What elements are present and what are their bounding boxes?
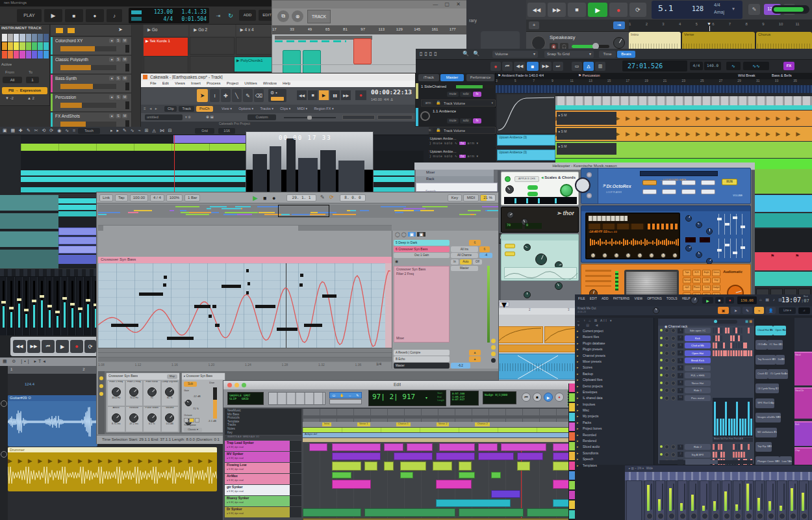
step-cell[interactable] <box>735 350 737 356</box>
step-cell[interactable] <box>715 444 717 450</box>
rack-scrollbar[interactable] <box>659 460 753 464</box>
io-toggle[interactable]: ▣ <box>408 232 416 237</box>
browser-item[interactable]: ▸Impulses <box>575 403 654 409</box>
small-knob-1[interactable] <box>524 244 531 251</box>
playlist-clip[interactable]: Kick <box>794 421 812 446</box>
marker-chip[interactable]: Verse 1 <box>357 422 370 426</box>
run-button[interactable]: RUN <box>722 179 737 185</box>
vol-knob[interactable] <box>671 388 676 393</box>
play-button[interactable]: ▶ <box>588 3 607 17</box>
map-button[interactable]: Map <box>167 374 177 379</box>
teal-clip-1[interactable] <box>283 50 301 73</box>
loop-slot-3[interactable] <box>681 180 696 185</box>
step-cell[interactable] <box>738 452 740 458</box>
monitor-off[interactable]: Off <box>473 259 482 265</box>
zoom-icons[interactable]: 🔍 🔍 <box>463 51 481 57</box>
menu-item[interactable]: Help <box>283 81 290 87</box>
preset-button[interactable]: Hi-Fi <box>692 270 701 276</box>
step-cell[interactable] <box>723 452 725 458</box>
tool-icons[interactable]: ▣ ▦ ✚ ✎ ✂ ⟲ ⟳ ◉ ∿ ⌗ ▤ <box>3 128 85 133</box>
pan-knob[interactable] <box>665 358 669 363</box>
volume-slider[interactable] <box>572 45 609 48</box>
palette-swatch[interactable] <box>8 51 13 58</box>
monitor-in[interactable]: In <box>451 259 459 265</box>
automation-sine-curve[interactable] <box>98 263 392 348</box>
channel-button[interactable]: Sig A SFX <box>685 452 711 458</box>
playlist-track-button[interactable]: M2 stellations Th⇕ <box>755 428 777 437</box>
device-header[interactable]: ▸ Crossover Syn Bass <box>182 373 225 380</box>
record-button[interactable]: ● <box>609 3 628 17</box>
macro-knob[interactable] <box>165 413 174 422</box>
step-cell[interactable] <box>745 444 747 450</box>
so-track-header-2[interactable]: ● S M <box>557 128 616 140</box>
automation-panel[interactable] <box>497 94 555 133</box>
audio-clip[interactable] <box>332 472 351 478</box>
oct-up[interactable] <box>195 418 199 422</box>
mixer-strip[interactable] <box>689 480 698 520</box>
position-box[interactable]: 29. 1. 1 <box>286 194 316 202</box>
step-grid[interactable] <box>713 335 753 341</box>
mixer-strip[interactable] <box>700 480 709 520</box>
timeline-marker[interactable]: ⚑ Ambient Fade-In 140.0 4/4 <box>498 73 544 77</box>
return-b[interactable]: B Echo <box>394 356 450 362</box>
typing-keyboard-button[interactable]: 👤 <box>766 307 776 314</box>
palette-swatch[interactable] <box>26 42 31 50</box>
mute-button[interactable]: mute <box>447 92 459 97</box>
strip-fader-track[interactable] <box>783 484 785 510</box>
scene-header[interactable]: ▶ Go <box>144 25 188 36</box>
playlist-track-button[interactable]: Images aDaMe SFX⇕ <box>755 413 781 422</box>
audio-clip[interactable] <box>436 499 511 507</box>
channel-row[interactable]: 1Ride 2 <box>658 443 754 450</box>
loop-icon[interactable]: ↻ <box>225 9 236 22</box>
macro-knob[interactable] <box>112 387 121 396</box>
audio-clip[interactable] <box>364 462 377 471</box>
pan-knob[interactable] <box>665 452 669 457</box>
oct-down[interactable] <box>184 418 188 422</box>
midi-note[interactable] <box>277 328 298 331</box>
main-volume-knob[interactable] <box>691 296 698 304</box>
macro-knob-cell[interactable]: Filter Reso 91 <box>143 380 161 406</box>
zoom-slider[interactable] <box>284 117 336 118</box>
automation-lane[interactable] <box>98 348 392 353</box>
loop-slot-7[interactable] <box>681 189 696 194</box>
velocity-graph[interactable] <box>713 398 753 437</box>
midi-note[interactable] <box>212 305 216 308</box>
macro-knob-cell[interactable]: Release 47.2 ms <box>125 406 144 432</box>
preset-button[interactable]: Dense <box>712 270 720 276</box>
step-cell[interactable] <box>713 350 715 356</box>
pt-rulers[interactable] <box>303 409 574 422</box>
midi-note[interactable] <box>304 324 322 327</box>
fader-strip[interactable] <box>31 277 38 337</box>
strip-knob[interactable] <box>779 513 785 519</box>
so-toolbar[interactable] <box>555 96 812 105</box>
ab-ruler[interactable] <box>98 219 392 226</box>
channel-select[interactable]: All Channe <box>451 253 478 258</box>
small-knob-4[interactable] <box>524 291 531 298</box>
so-col-teal-wave[interactable] <box>755 272 812 286</box>
step-grid[interactable] <box>713 350 753 356</box>
thor-knob-1[interactable] <box>507 211 514 218</box>
browser-tabs[interactable]: ← ↑ ⌂ ⊞ All ▾ <box>577 319 613 323</box>
velocity-bar[interactable] <box>744 419 746 436</box>
vol-knob[interactable] <box>671 373 676 378</box>
palette-swatch[interactable] <box>19 34 25 42</box>
scene-dot-1[interactable] <box>491 339 496 343</box>
step-cell[interactable] <box>725 328 727 333</box>
midi-note[interactable] <box>222 285 241 288</box>
browser-item[interactable]: ▸Soundfonts <box>575 452 654 458</box>
forward-button[interactable]: ▶▶ <box>341 90 351 100</box>
track-volume-bar[interactable] <box>60 122 116 127</box>
step-cell[interactable] <box>745 335 747 341</box>
step-cell[interactable] <box>723 444 725 450</box>
pan-knob[interactable] <box>665 445 669 449</box>
slice-knob[interactable] <box>626 253 631 258</box>
snap-chip[interactable] <box>271 97 284 101</box>
step-cell[interactable] <box>730 444 732 450</box>
slider-cap[interactable] <box>733 252 737 254</box>
midi-note[interactable] <box>247 282 250 285</box>
timesig-display[interactable]: 4/4 <box>144 16 173 22</box>
step-cell[interactable] <box>718 335 720 341</box>
return-a[interactable]: A Reverb | Compre <box>394 350 450 356</box>
oct-active[interactable] <box>189 418 194 422</box>
vol-knob[interactable] <box>671 452 676 457</box>
